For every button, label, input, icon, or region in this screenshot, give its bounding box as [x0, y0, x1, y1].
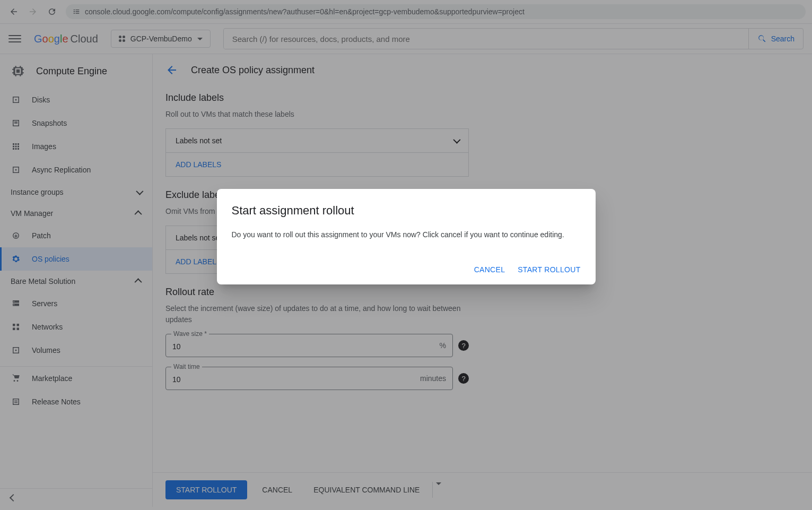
rollout-dialog: Start assignment rollout Do you want to …	[217, 189, 596, 284]
dialog-cancel-button[interactable]: CANCEL	[474, 265, 505, 274]
dialog-body: Do you want to roll out this assignment …	[232, 230, 581, 239]
dialog-confirm-button[interactable]: START ROLLOUT	[518, 265, 580, 274]
modal-overlay[interactable]: Start assignment rollout Do you want to …	[0, 0, 812, 507]
dialog-title: Start assignment rollout	[232, 204, 581, 218]
